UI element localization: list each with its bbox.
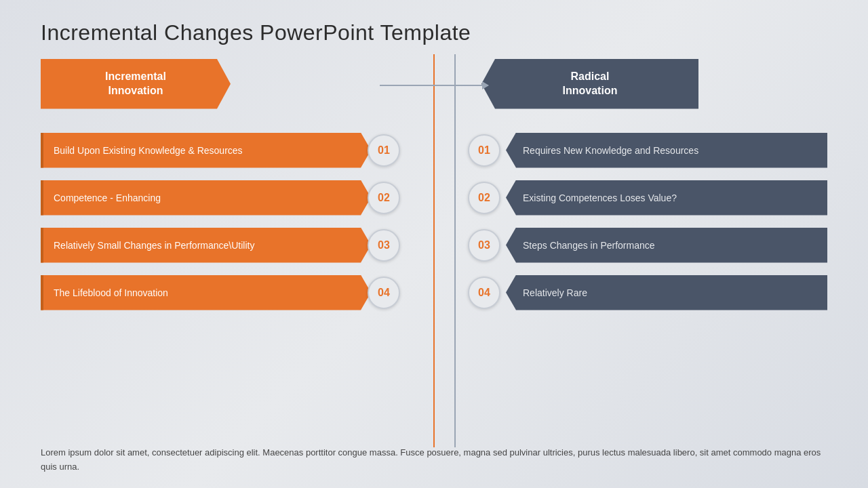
left-rows: Build Upon Existing Knowledge & Resource… — [41, 133, 434, 310]
circle-num-right-1: 01 — [468, 134, 500, 167]
circle-num-3: 03 — [368, 229, 400, 262]
circle-num-1: 01 — [368, 134, 400, 167]
right-bar-3: Steps Changes in Performance — [506, 228, 827, 263]
right-bar-2: Existing Competences Loses Value? — [506, 180, 827, 216]
left-row-3: Relatively Small Changes in Performance\… — [41, 228, 400, 263]
left-row-2: Competence - Enhancing 02 — [41, 180, 400, 216]
header-right-wrap: Radical Innovation — [434, 59, 827, 126]
center-divider-line — [433, 54, 435, 447]
circle-num-right-2: 02 — [468, 182, 500, 214]
page-title: Incremental Changes PowerPoint Template — [41, 20, 827, 45]
circle-num-right-3: 03 — [468, 229, 500, 262]
right-row-3: 03 Steps Changes in Performance — [468, 228, 827, 263]
left-bar-2: Competence - Enhancing — [41, 180, 371, 216]
left-bar-3: Relatively Small Changes in Performance\… — [41, 228, 371, 263]
right-row-4: 04 Relatively Rare — [468, 275, 827, 310]
right-rows: 01 Requires New Knowledge and Resources … — [434, 133, 827, 310]
right-bar-1: Requires New Knowledge and Resources — [506, 133, 827, 168]
circle-num-2: 02 — [368, 182, 400, 214]
arrow-connector — [380, 85, 488, 86]
left-row-4: The Lifeblood of Innovation 04 — [41, 275, 400, 310]
left-bar-4: The Lifeblood of Innovation — [41, 275, 371, 310]
right-row-2: 02 Existing Competences Loses Value? — [468, 180, 827, 216]
radical-innovation-header: Radical Innovation — [481, 59, 698, 109]
right-row-1: 01 Requires New Knowledge and Resources — [468, 133, 827, 168]
left-row-1: Build Upon Existing Knowledge & Resource… — [41, 133, 400, 168]
circle-num-4: 04 — [368, 277, 400, 309]
circle-num-right-4: 04 — [468, 277, 500, 309]
slide: Incremental Changes PowerPoint Template … — [0, 0, 868, 488]
right-bar-4: Relatively Rare — [506, 275, 827, 310]
footer-text: Lorem ipsum dolor sit amet, consectetuer… — [41, 446, 827, 474]
left-bar-1: Build Upon Existing Knowledge & Resource… — [41, 133, 371, 168]
incremental-innovation-header: Incremental Innovation — [41, 59, 231, 109]
header-left-wrap: Incremental Innovation — [41, 59, 434, 126]
right-divider-line — [454, 54, 456, 447]
